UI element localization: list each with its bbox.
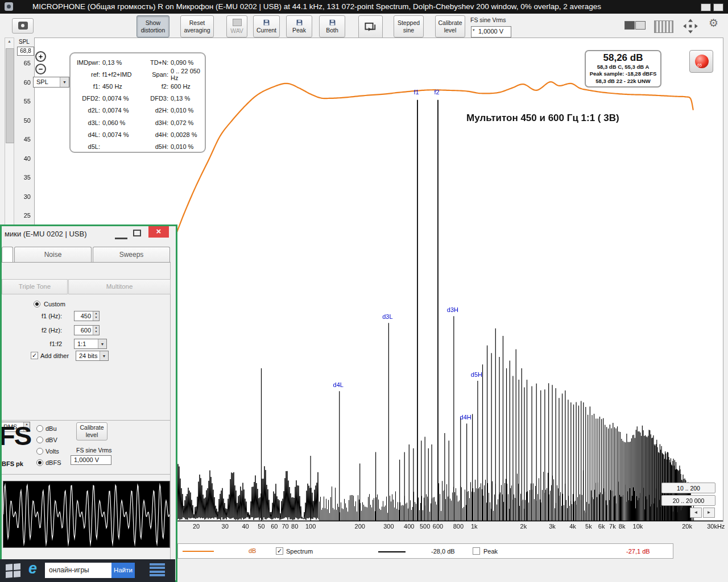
wav-file-icon <box>233 19 242 26</box>
x-tick-label: 2k <box>520 523 527 530</box>
ratio-dropdown[interactable]: 1:1 ▼ <box>74 339 107 349</box>
info-value: 0,010 % <box>171 143 205 150</box>
save-current-button[interactable]: Current <box>253 15 280 38</box>
spinner-arrows-icon[interactable]: ▲▼ <box>93 326 99 335</box>
axis-mode-dropdown[interactable]: SPL ▼ <box>33 77 69 88</box>
peak-checkbox[interactable] <box>473 547 480 555</box>
taskbar: e онлайн-игры Найти <box>0 559 175 582</box>
stepped-sine-button[interactable]: Stepped sine <box>394 15 424 38</box>
record-button[interactable]: 65 <box>689 50 713 73</box>
scroll-left-button[interactable]: ◄ <box>690 508 702 518</box>
unit-radio-volts[interactable] <box>36 448 43 455</box>
x-tick-label: 5k <box>585 523 592 530</box>
info-label: d2L: <box>71 107 102 114</box>
info-label: f2: <box>142 83 171 90</box>
save-peak-button[interactable]: Peak <box>286 15 312 38</box>
add-dither-checkbox[interactable] <box>31 352 38 359</box>
range-20-20000-button[interactable]: 20 .. 20 000 <box>661 495 715 506</box>
reset-averaging-button[interactable]: Reset averaging <box>180 15 214 38</box>
taskbar-search-button[interactable]: Найти <box>111 563 135 578</box>
level-weighted-values: 58,3 dB C, 55,3 dB A <box>586 64 660 70</box>
legend-db-label: dB <box>249 547 256 554</box>
info-value: 0,0074 % <box>102 131 142 138</box>
pattern-icon[interactable] <box>654 20 673 33</box>
loop-button[interactable] <box>358 15 383 39</box>
unit-radio-dbu[interactable] <box>36 425 43 432</box>
ratio-label: f1:f2 <box>24 340 62 347</box>
minimize-icon[interactable] <box>115 231 127 239</box>
playlist-icon[interactable] <box>150 563 165 578</box>
scroll-up-icon[interactable]: ▲ <box>5 39 14 43</box>
custom-radio[interactable] <box>34 301 40 307</box>
unit-radio-dbfs[interactable] <box>36 459 43 466</box>
generator-fs-sine-label: FS sine Vrms <box>76 447 112 454</box>
internet-explorer-icon[interactable]: e <box>28 560 37 577</box>
info-label: TD+N: <box>142 59 171 66</box>
info-label: d5L: <box>71 143 102 150</box>
subtab-multitone[interactable]: Multitone <box>68 279 171 294</box>
subtab-triple-tone[interactable]: Triple Tone <box>2 279 68 294</box>
y-tick-label: 50 <box>24 117 31 124</box>
dither-bits-dropdown[interactable]: 24 bits ▼ <box>76 351 109 361</box>
taskbar-search-input[interactable]: онлайн-игры <box>45 563 115 578</box>
info-value: 0,010 % <box>171 107 205 114</box>
show-distortion-button[interactable]: Show distortion <box>136 15 169 38</box>
distortion-info-rows: IMDpwr:0,13 %TD+N:0,090 %ref:f1+f2+IMDSp… <box>71 56 205 153</box>
chevron-down-icon: ▼ <box>100 351 108 360</box>
level-main-value: 58,26 dB <box>586 52 660 64</box>
zoom-in-button[interactable]: + <box>35 51 46 62</box>
scroll-right-button[interactable]: ► <box>703 508 715 518</box>
scrollbar-thumb[interactable] <box>6 48 14 143</box>
custom-label: Custom <box>44 301 65 307</box>
f2-label: f2 (Hz): <box>24 327 62 334</box>
save-both-button[interactable]: Both <box>319 15 345 38</box>
spinner-arrows-icon[interactable]: ▲▼ <box>93 311 99 321</box>
x-tick-label: 60 <box>271 523 278 530</box>
x-tick-label: 1k <box>471 523 478 530</box>
fs-sine-vrms-label: FS sine Vrms <box>470 16 506 23</box>
info-row: IMDpwr:0,13 %TD+N:0,090 % <box>71 56 205 68</box>
info-label: DFD2: <box>71 95 102 102</box>
x-tick-label: 6k <box>598 523 605 530</box>
f1-input[interactable]: 450 ▲▼ <box>74 311 100 321</box>
y-tick-label: 30 <box>24 193 31 200</box>
gear-icon[interactable]: ⚙ <box>709 16 718 30</box>
spectrum-checkbox[interactable] <box>276 547 283 555</box>
x-tick-label: 30 <box>222 523 229 530</box>
zoom-out-button[interactable]: − <box>35 64 46 74</box>
loop-icon <box>364 21 378 34</box>
titlebar-button-2[interactable] <box>713 3 723 11</box>
f2-input[interactable]: 600 ▲▼ <box>74 325 100 335</box>
titlebar-button-1[interactable] <box>701 3 711 11</box>
generator-window: мики (E-MU 0202 | USB) × Noise Sweeps Tr… <box>0 225 177 582</box>
info-row: d3L:0,060 %d3H:0,072 % <box>71 117 205 128</box>
unit-radio-dbv[interactable] <box>36 436 43 443</box>
generator-calibrate-button[interactable]: Calibrate level <box>76 422 107 440</box>
level-band-value: 58,3 dB 22 - 22k UNW <box>586 78 660 85</box>
info-value: 450 Hz <box>102 83 142 90</box>
move-icon[interactable] <box>682 18 699 34</box>
info-value: 0,090 % <box>171 59 205 66</box>
displays-icon[interactable] <box>624 21 647 31</box>
range-10-200-button[interactable]: 10 .. 200 <box>661 483 715 493</box>
y-tick-label: 65 <box>24 60 31 66</box>
wav-button[interactable]: WAV <box>226 15 247 38</box>
tab-selected-sliver[interactable] <box>2 247 13 263</box>
calibrate-level-button[interactable]: Calibrate level <box>435 15 465 38</box>
x-tick-label: 80 <box>291 523 298 530</box>
x-tick-label: 20k <box>682 523 692 530</box>
info-value: 0,0074 % <box>102 107 142 114</box>
y-tick-label: 25 <box>24 212 31 219</box>
info-label: Span: <box>142 71 171 78</box>
tab-sweeps[interactable]: Sweeps <box>93 247 170 263</box>
unit-dbfs-label: dBFS <box>46 459 61 466</box>
close-icon[interactable]: × <box>148 226 169 238</box>
orange-curve-swatch <box>183 551 214 552</box>
level-readout-panel: 58,26 dB 58,3 dB C, 55,3 dB A Peak sampl… <box>585 50 661 88</box>
maximize-icon[interactable] <box>133 230 141 236</box>
tab-noise[interactable]: Noise <box>14 247 92 263</box>
start-button[interactable] <box>6 563 20 578</box>
info-value: 0,13 % <box>102 59 142 66</box>
fs-sine-vrms-input[interactable]: ▾ 1,0000 V <box>471 26 511 38</box>
generator-fs-sine-input[interactable]: 1,0000 V <box>71 455 111 465</box>
